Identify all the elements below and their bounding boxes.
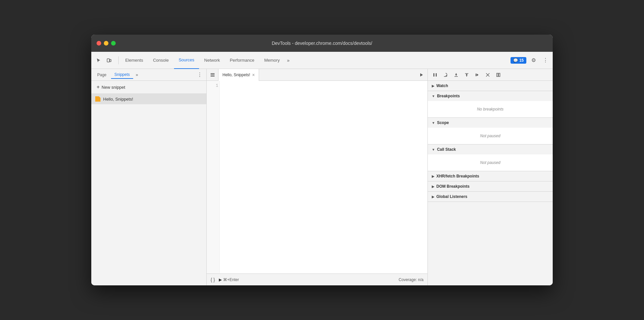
scope-label: Scope	[437, 120, 449, 125]
snippet-name: Hello, Snippets!	[103, 97, 133, 102]
sidebar-toggle-button[interactable]	[207, 69, 219, 81]
editor-area: Hello, Snippets! × 1 { } ▶	[207, 69, 427, 285]
svg-rect-2	[211, 73, 215, 74]
svg-rect-12	[454, 76, 458, 77]
step-button[interactable]	[473, 70, 482, 80]
settings-button[interactable]: ⚙	[529, 56, 538, 65]
section-breakpoints: ▼ Breakpoints No breakpoints	[428, 91, 553, 118]
global-chevron: ▶	[432, 195, 434, 199]
right-panel: ▶ Watch ▼ Breakpoints No breakpoints	[427, 69, 553, 285]
global-listeners-header[interactable]: ▶ Global Listeners	[428, 192, 553, 202]
run-snippet-button[interactable]: ▶ ⌘+Enter	[219, 277, 239, 282]
section-watch: ▶ Watch	[428, 81, 553, 91]
xhr-breakpoints-header[interactable]: ▶ XHR/fetch Breakpoints	[428, 171, 553, 181]
devtools-window: DevTools - developer.chrome.com/docs/dev…	[91, 35, 553, 285]
dom-chevron: ▶	[432, 185, 434, 188]
svg-marker-5	[420, 73, 423, 77]
svg-rect-15	[465, 73, 468, 74]
editor-tab-close[interactable]: ×	[252, 72, 255, 78]
close-button[interactable]	[97, 41, 101, 46]
editor-run-button[interactable]	[416, 69, 427, 81]
tab-elements[interactable]: Elements	[121, 52, 148, 69]
xhr-label: XHR/fetch Breakpoints	[436, 174, 479, 178]
tab-performance[interactable]: Performance	[225, 52, 259, 69]
editor-tab-bar: Hello, Snippets! ×	[207, 69, 427, 81]
breakpoints-empty: No breakpoints	[433, 104, 547, 114]
coverage-label: Coverage: n/a	[399, 277, 424, 282]
device-toolbar-icon[interactable]	[104, 56, 114, 65]
debugger-toolbar	[428, 69, 553, 81]
sidebar-tab-page[interactable]: Page	[94, 71, 110, 79]
pretty-print-button[interactable]: { }	[211, 277, 215, 282]
svg-rect-3	[211, 75, 215, 75]
section-dom-breakpoints: ▶ DOM Breakpoints	[428, 181, 553, 192]
breakpoints-header[interactable]: ▼ Breakpoints	[428, 91, 553, 101]
svg-rect-7	[436, 73, 437, 77]
watch-header[interactable]: ▶ Watch	[428, 81, 553, 91]
notification-icon: 💬	[513, 58, 518, 63]
section-scope: ▼ Scope Not paused	[428, 118, 553, 144]
svg-rect-18	[497, 73, 498, 77]
traffic-lights	[97, 41, 116, 46]
svg-rect-9	[444, 76, 447, 77]
left-sidebar: Page Snippets » ⋮ + New snippet Hello, S…	[91, 69, 207, 285]
svg-marker-16	[477, 74, 479, 76]
select-icon[interactable]	[94, 56, 103, 65]
tab-sources[interactable]: Sources	[174, 52, 199, 69]
sidebar-kebab-menu[interactable]: ⋮	[196, 70, 204, 79]
window-title: DevTools - developer.chrome.com/docs/dev…	[272, 41, 372, 46]
global-label: Global Listeners	[436, 194, 467, 199]
svg-rect-6	[433, 73, 434, 77]
editor-tab-hello[interactable]: Hello, Snippets! ×	[219, 69, 259, 81]
sidebar-tab-bar: Page Snippets » ⋮	[91, 69, 206, 81]
scope-header[interactable]: ▼ Scope	[428, 118, 553, 128]
step-out-button[interactable]	[462, 70, 471, 80]
editor-footer: { } ▶ ⌘+Enter Coverage: n/a	[207, 273, 427, 285]
run-icon: ▶	[219, 277, 222, 282]
call-stack-chevron: ▼	[432, 148, 435, 151]
scope-body: Not paused	[428, 128, 553, 144]
pause-exceptions-button[interactable]	[494, 70, 503, 80]
editor-body: 1	[207, 81, 427, 273]
breakpoints-label: Breakpoints	[437, 94, 460, 98]
editor-tab-label: Hello, Snippets!	[222, 73, 250, 77]
step-into-button[interactable]	[452, 70, 461, 80]
svg-marker-13	[466, 74, 468, 75]
breakpoints-chevron: ▼	[432, 94, 435, 98]
watch-label: Watch	[436, 83, 448, 88]
step-over-button[interactable]	[441, 70, 450, 80]
code-editor[interactable]	[220, 81, 427, 273]
more-tabs-button[interactable]: »	[285, 56, 292, 64]
notification-badge[interactable]: 💬 15	[511, 57, 526, 64]
snippet-file-icon	[95, 96, 101, 102]
maximize-button[interactable]	[111, 41, 116, 46]
tab-memory[interactable]: Memory	[260, 52, 284, 69]
new-snippet-button[interactable]: + New snippet	[91, 81, 206, 94]
scope-empty: Not paused	[433, 131, 547, 141]
scope-chevron: ▼	[432, 121, 435, 125]
svg-rect-19	[499, 73, 500, 77]
sidebar-more-tabs[interactable]: »	[134, 71, 139, 79]
svg-rect-0	[107, 59, 109, 62]
tab-console[interactable]: Console	[148, 52, 173, 69]
call-stack-label: Call Stack	[437, 147, 456, 152]
pause-button[interactable]	[430, 70, 440, 80]
notification-count: 15	[519, 58, 524, 63]
toolbar-icons	[94, 56, 114, 65]
deactivate-breakpoints-button[interactable]	[483, 70, 492, 80]
tab-bar-right: 💬 15 ⚙ ⋮	[511, 56, 550, 65]
call-stack-header[interactable]: ▼ Call Stack	[428, 144, 553, 154]
more-options-button[interactable]: ⋮	[541, 56, 550, 65]
dom-label: DOM Breakpoints	[436, 184, 470, 189]
sidebar-tab-snippets[interactable]: Snippets	[111, 71, 133, 79]
tab-network[interactable]: Network	[200, 52, 225, 69]
snippet-item-hello[interactable]: Hello, Snippets!	[91, 94, 206, 104]
call-stack-empty: Not paused	[433, 158, 547, 168]
main-content: Page Snippets » ⋮ + New snippet Hello, S…	[91, 69, 553, 285]
minimize-button[interactable]	[104, 41, 108, 46]
svg-rect-1	[110, 59, 111, 62]
dom-breakpoints-header[interactable]: ▶ DOM Breakpoints	[428, 181, 553, 191]
svg-rect-4	[211, 76, 215, 77]
line-numbers: 1	[207, 81, 220, 273]
watch-chevron: ▶	[432, 84, 434, 88]
